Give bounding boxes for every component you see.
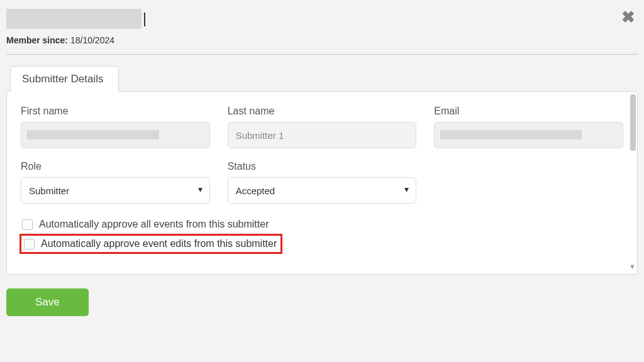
email-label: Email — [434, 106, 623, 117]
first-name-label: First name — [21, 106, 210, 117]
status-field-group: Status Accepted — [228, 161, 417, 204]
divider — [6, 54, 638, 55]
empty-cell — [434, 161, 623, 204]
field-grid-row1: First name Last name Email — [21, 106, 623, 148]
field-grid-row2: Role Submitter Status Accepted — [21, 161, 623, 204]
last-name-input[interactable] — [228, 122, 417, 148]
highlight-auto-approve-edits: Automatically approve event edits from t… — [19, 234, 282, 254]
last-name-label: Last name — [228, 106, 417, 117]
role-select-wrap: Submitter — [21, 177, 210, 204]
submitter-modal: Member since: 18/10/2024 ✖ Submitter Det… — [0, 0, 644, 322]
last-name-field-group: Last name — [228, 106, 417, 148]
member-since: Member since: 18/10/2024 — [6, 35, 142, 45]
close-icon[interactable]: ✖ — [621, 9, 638, 25]
member-since-label: Member since: — [6, 35, 68, 45]
submitter-name-redacted — [6, 9, 142, 29]
tab-submitter-details[interactable]: Submitter Details — [10, 66, 119, 92]
first-name-redacted — [27, 130, 159, 140]
auto-approve-edits-checkbox[interactable] — [24, 239, 35, 250]
role-label: Role — [21, 161, 210, 172]
email-field-group: Email — [434, 106, 623, 148]
scroll-thumb[interactable] — [630, 94, 636, 151]
first-name-field-group: First name — [21, 106, 210, 148]
member-since-date: 18/10/2024 — [70, 35, 114, 45]
role-field-group: Role Submitter — [21, 161, 210, 204]
status-label: Status — [228, 161, 417, 172]
first-name-wrap — [21, 122, 210, 148]
auto-approve-events-row[interactable]: Automatically approve all events from th… — [22, 216, 623, 233]
auto-approve-events-checkbox[interactable] — [22, 219, 33, 230]
auto-approve-edits-label: Automatically approve event edits from t… — [41, 238, 277, 250]
role-select[interactable]: Submitter — [21, 177, 210, 204]
auto-approve-events-label: Automatically approve all events from th… — [39, 219, 269, 230]
save-button[interactable]: Save — [6, 288, 89, 316]
details-panel: ▼ First name Last name Email — [6, 91, 638, 275]
tabs: Submitter Details ▼ First name Last name — [6, 66, 638, 275]
email-wrap — [434, 122, 623, 148]
scroll-down-icon[interactable]: ▼ — [629, 263, 636, 270]
scrollbar[interactable]: ▼ — [630, 94, 636, 269]
status-select[interactable]: Accepted — [228, 177, 417, 204]
status-select-wrap: Accepted — [228, 177, 417, 204]
email-redacted — [440, 130, 582, 140]
header-row: Member since: 18/10/2024 ✖ — [6, 9, 638, 54]
